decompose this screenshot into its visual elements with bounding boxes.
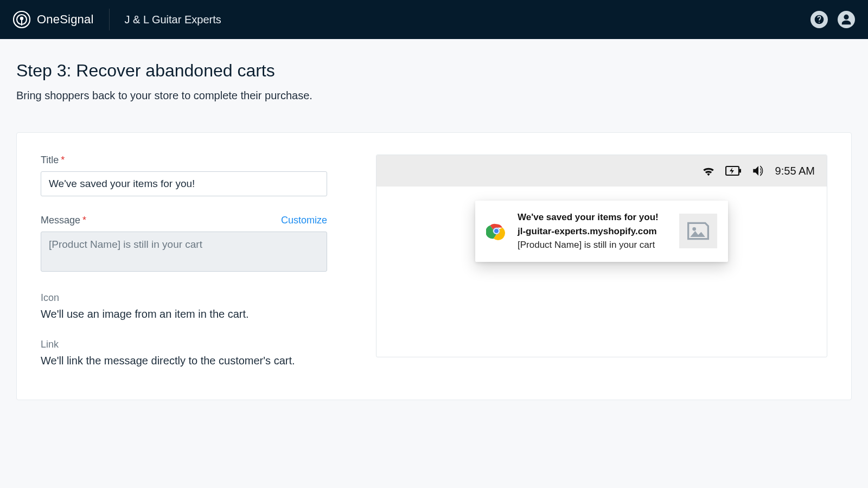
account-button[interactable] [838,11,855,28]
top-bar: OneSignal J & L Guitar Experts [0,0,868,39]
customize-link[interactable]: Customize [281,215,327,226]
brand-name: OneSignal [37,12,94,27]
help-button[interactable] [810,11,828,28]
icon-label: Icon [41,292,327,304]
message-label: Message* [41,215,86,226]
notification-text: We've saved your items for you! jl-guita… [518,210,668,252]
form-column: Title* Message* Customize [Product Name]… [41,155,327,367]
svg-rect-5 [739,169,741,173]
page-title: Step 3: Recover abandoned carts [16,61,852,81]
message-field: Message* Customize [Product Name] is sti… [41,215,327,274]
title-input[interactable] [41,171,327,196]
preview-column: 9:55 AM [376,155,827,367]
link-field: Link We'll link the message directly to … [41,339,327,367]
title-label: Title* [41,155,65,166]
svg-rect-3 [21,18,22,25]
battery-charging-icon [725,165,742,176]
icon-field: Icon We'll use an image from an item in … [41,292,327,320]
page-subtitle: Bring shoppers back to your store to com… [16,89,852,102]
link-description: We'll link the message directly to the c… [41,355,327,367]
page-content: Step 3: Recover abandoned carts Bring sh… [0,39,868,416]
svg-point-9 [692,227,696,231]
link-label: Link [41,339,327,350]
help-icon [814,14,825,25]
chrome-icon [486,221,507,241]
brand[interactable]: OneSignal [13,9,110,30]
notification-preview: We've saved your items for you! jl-guita… [475,201,728,262]
title-field: Title* [41,155,327,196]
status-time: 9:55 AM [775,165,815,177]
device-body: We've saved your items for you! jl-guita… [376,187,827,276]
notification-domain: jl-guitar-experts.myshopify.com [518,224,668,239]
notification-thumbnail [679,214,717,248]
onesignal-logo-icon [13,11,30,28]
message-textarea[interactable]: [Product Name] is still in your cart [41,232,327,272]
notification-title: We've saved your items for you! [518,210,668,224]
topbar-actions [810,11,855,28]
volume-icon [751,165,765,177]
app-name[interactable]: J & L Guitar Experts [110,14,221,26]
image-placeholder-icon [686,221,710,241]
preview-device: 9:55 AM [376,155,827,357]
notification-message: [Product Name] is still in your cart [518,238,668,252]
status-bar: 9:55 AM [376,155,827,187]
editor-card: Title* Message* Customize [Product Name]… [16,132,852,400]
wifi-icon [701,165,716,177]
icon-description: We'll use an image from an item in the c… [41,308,327,320]
person-icon [840,14,852,25]
